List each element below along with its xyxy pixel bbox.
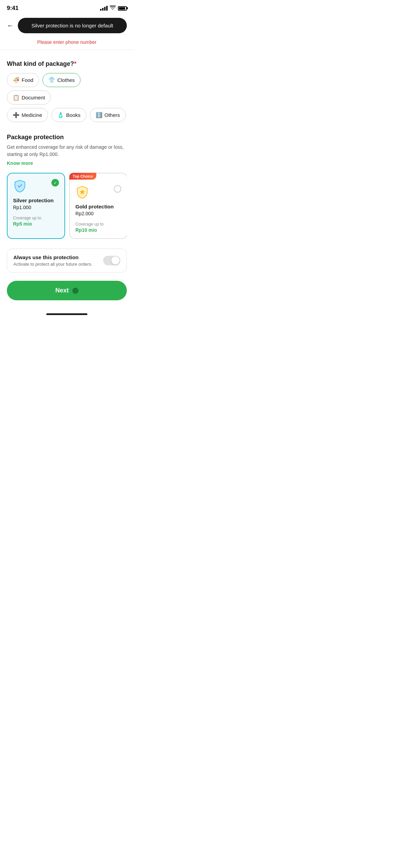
toggle-thumb (111, 256, 120, 265)
status-time: 9:41 (7, 5, 19, 12)
next-btn-container: Next (0, 273, 134, 311)
wifi-icon (110, 5, 116, 11)
toast-notification: Silver protection is no longer default (18, 18, 127, 33)
package-type-title: What kind of package?* (7, 60, 127, 68)
always-use-section: Always use this protection Activate to p… (7, 249, 127, 273)
chip-document-label: Document (22, 95, 45, 100)
top-choice-badge: Top Choice (69, 173, 96, 180)
chip-others-label: Others (105, 112, 120, 118)
next-button-label: Next (55, 287, 69, 294)
chip-others[interactable]: ℹ️ Others (90, 108, 126, 122)
silver-coverage-label: Coverage up to (13, 216, 59, 220)
home-bar (46, 313, 87, 315)
others-icon: ℹ️ (96, 112, 102, 118)
silver-card-name: Silver protection (13, 197, 59, 203)
gold-coverage-value: Rp10 mio (75, 227, 121, 233)
back-button[interactable]: ← (7, 22, 14, 29)
chip-medicine-label: Medicine (22, 112, 42, 118)
home-indicator (0, 311, 134, 319)
battery-icon (118, 6, 127, 11)
food-icon: 🍜 (13, 77, 20, 83)
medicine-icon: ➕ (13, 112, 20, 118)
chip-document[interactable]: 📋 Document (7, 91, 51, 105)
always-use-title: Always use this protection (13, 254, 93, 260)
gold-coverage-label: Coverage up to (75, 222, 121, 227)
divider-1 (0, 50, 134, 50)
silver-card-price: Rp1.000 (13, 205, 59, 210)
silver-card-top: ✓ (13, 179, 59, 193)
silver-coverage-value: Rp5 mio (13, 221, 59, 227)
protection-title: Package protection (7, 134, 127, 141)
chip-medicine[interactable]: ➕ Medicine (7, 108, 48, 122)
silver-radio: ✓ (51, 179, 59, 186)
chip-clothes[interactable]: 👕 Clothes (42, 73, 81, 87)
clothes-icon: 👕 (48, 77, 55, 83)
gold-shield-icon (75, 185, 89, 199)
always-use-subtitle: Activate to protect all your future orde… (13, 262, 93, 267)
gold-card-top (75, 185, 121, 199)
package-chips-row-2: ➕ Medicine 🧴 Books ℹ️ Others (7, 108, 127, 122)
always-use-text: Always use this protection Activate to p… (13, 254, 93, 267)
next-dot (72, 288, 78, 294)
gold-radio (114, 185, 121, 193)
know-more-link[interactable]: Know more (7, 160, 33, 166)
toast-bar: ← Silver protection is no longer default (0, 14, 134, 37)
error-message: Please enter phone number (0, 37, 134, 46)
chip-food-label: Food (22, 77, 33, 83)
gold-card-price: Rp2.000 (75, 211, 121, 216)
silver-protection-card[interactable]: ✓ Silver protection Rp1.000 Coverage up … (7, 173, 65, 239)
protection-desc: Get enhanced coverage for any risk of da… (7, 144, 127, 158)
chip-food[interactable]: 🍜 Food (7, 73, 39, 87)
protection-section: Package protection Get enhanced coverage… (0, 125, 134, 242)
gold-protection-card[interactable]: Top Choice Gold protection Rp2.000 Cover… (69, 173, 127, 239)
books-icon: 🧴 (57, 112, 64, 118)
required-star: * (74, 60, 76, 67)
gold-card-name: Gold protection (75, 204, 121, 209)
next-button[interactable]: Next (7, 281, 127, 300)
protection-cards-container: ✓ Silver protection Rp1.000 Coverage up … (7, 173, 127, 242)
document-icon: 📋 (13, 94, 20, 101)
package-chips-row-1: 🍜 Food 👕 Clothes 📋 Document (7, 73, 127, 105)
status-icons (100, 5, 127, 11)
status-bar: 9:41 (0, 0, 134, 14)
always-use-toggle[interactable] (103, 256, 120, 265)
chip-books[interactable]: 🧴 Books (51, 108, 86, 122)
signal-icon (100, 6, 108, 11)
chip-clothes-label: Clothes (57, 77, 75, 83)
silver-shield-icon (13, 179, 27, 193)
chip-books-label: Books (66, 112, 81, 118)
package-type-section: What kind of package?* 🍜 Food 👕 Clothes … (0, 53, 134, 122)
